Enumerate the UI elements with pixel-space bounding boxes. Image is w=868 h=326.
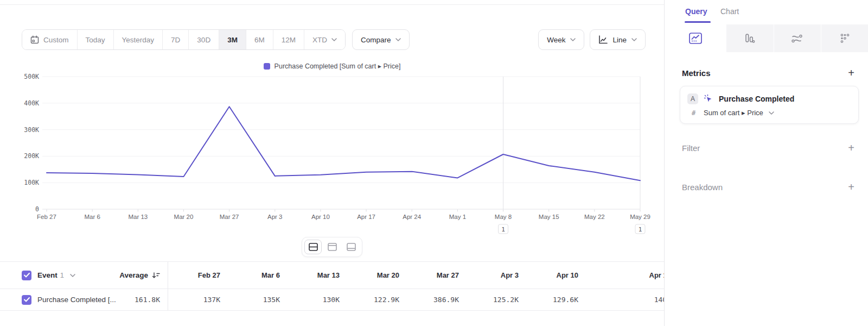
y-tick-label: 200K: [24, 152, 39, 160]
cell-value: 125.2K: [467, 296, 526, 304]
add-breakdown-button[interactable]: +: [848, 181, 854, 192]
cell-value: 386.9K: [407, 296, 467, 304]
top-divider: [0, 4, 664, 5]
column-header[interactable]: Mar 27: [407, 271, 467, 279]
report-toolbar: CustomTodayYesterday7D30D3M6M12MXTD Comp…: [22, 29, 646, 50]
split-view-toggle[interactable]: [304, 240, 322, 254]
select-all-checkbox[interactable]: [22, 271, 31, 280]
table-header-left: Event 1 Average: [0, 262, 168, 289]
y-tick-label: 400K: [24, 99, 39, 107]
query-builder-sidebar: Query Chart Metrics + A Purchase Complet…: [664, 0, 868, 326]
x-tick-label: May 15: [539, 214, 559, 220]
insights-tab[interactable]: [665, 24, 726, 52]
x-tick-label: May 29: [630, 214, 650, 220]
column-header[interactable]: Mar 20: [347, 271, 407, 279]
column-header[interactable]: Feb 27: [168, 271, 228, 279]
layout-toggle-group: [302, 237, 362, 257]
line-chart[interactable]: 0100K200K300K400K500K11Feb 27Mar 6Mar 13…: [0, 71, 664, 236]
table-row[interactable]: Purchase Completed [... 161.8K 137K135K1…: [0, 289, 664, 311]
chart-controls: Week Line: [538, 29, 646, 50]
x-tick-label: Apr 10: [311, 214, 330, 220]
compare-label: Compare: [361, 36, 391, 44]
tab-chart[interactable]: Chart: [720, 7, 739, 16]
top-panel-icon: [328, 243, 337, 251]
chevron-down-icon[interactable]: [70, 274, 75, 277]
row-checkbox[interactable]: [22, 295, 31, 305]
add-metric-button[interactable]: +: [848, 67, 854, 78]
top-panel-view-toggle[interactable]: [323, 240, 341, 254]
compare-button[interactable]: Compare: [352, 29, 410, 50]
annotation-badge-label: 1: [639, 226, 642, 233]
report-main-panel: CustomTodayYesterday7D30D3M6M12MXTD Comp…: [0, 0, 664, 326]
flows-tab[interactable]: [774, 24, 821, 52]
line-chart-icon: [598, 35, 608, 44]
table-header-row: Event 1 Average Feb 27Mar 6Mar 13Mar 20M…: [0, 262, 664, 289]
data-line[interactable]: [47, 106, 640, 180]
x-tick-label: May 22: [584, 214, 605, 220]
flows-icon: [792, 34, 803, 43]
sort-descending-icon: [152, 272, 160, 279]
insights-icon: [689, 33, 702, 44]
date-range-custom[interactable]: Custom: [22, 30, 78, 49]
date-range-today[interactable]: Today: [78, 30, 114, 49]
chevron-down-icon: [331, 38, 337, 41]
chevron-down-icon: [395, 38, 401, 41]
average-column-header[interactable]: Average: [119, 271, 160, 279]
filter-section: Filter +: [682, 142, 854, 153]
retention-icon: [840, 33, 850, 43]
x-tick-label: Mar 27: [220, 214, 239, 220]
table-row-left: Purchase Completed [... 161.8K: [0, 289, 168, 310]
check-icon: [24, 273, 30, 278]
annotation-badge-label: 1: [501, 226, 505, 233]
retention-tab[interactable]: [821, 24, 868, 52]
column-header[interactable]: Apr 17: [586, 271, 664, 279]
chart-type-dropdown[interactable]: Line: [590, 29, 646, 50]
date-range-yesterday[interactable]: Yesterday: [114, 30, 163, 49]
column-header[interactable]: Apr 3: [467, 271, 526, 279]
x-tick-label: Mar 13: [128, 214, 148, 220]
event-sparkle-icon: [704, 94, 713, 104]
breakdown-section: Breakdown +: [682, 181, 854, 192]
average-label: Average: [119, 271, 148, 279]
bottom-panel-view-toggle[interactable]: [342, 240, 360, 254]
filter-label: Filter: [682, 143, 700, 153]
kebab-menu-icon[interactable]: [849, 95, 851, 103]
metric-name: Purchase Completed: [719, 95, 844, 103]
add-filter-button[interactable]: +: [848, 142, 854, 153]
numeric-property-icon: #: [689, 109, 698, 117]
chevron-down-icon: [769, 111, 774, 115]
x-tick-label: Mar 6: [84, 214, 100, 220]
calendar-icon: [30, 35, 39, 44]
funnels-tab[interactable]: [726, 24, 774, 52]
metrics-section-header: Metrics +: [682, 67, 854, 78]
funnels-icon: [744, 33, 755, 44]
metric-property-dropdown[interactable]: # Sum of cart ▸ Price: [687, 109, 851, 117]
date-range-6m[interactable]: 6M: [246, 30, 273, 49]
x-tick-label: May 1: [449, 214, 466, 220]
date-range-7d[interactable]: 7D: [163, 30, 189, 49]
interval-dropdown[interactable]: Week: [538, 29, 584, 50]
tab-query[interactable]: Query: [685, 7, 707, 16]
metric-card[interactable]: A Purchase Completed # Sum of cart ▸ Pri…: [680, 86, 859, 124]
date-range-12m[interactable]: 12M: [273, 30, 304, 49]
date-range-xtd[interactable]: XTD: [304, 30, 345, 49]
metric-letter-badge: A: [687, 93, 698, 104]
y-tick-label: 100K: [24, 179, 39, 186]
column-header[interactable]: Mar 6: [228, 271, 288, 279]
metric-card-row: A Purchase Completed: [687, 93, 851, 104]
active-tab-underline: [685, 21, 711, 23]
metrics-title: Metrics: [682, 68, 711, 78]
cell-value: 135K: [228, 296, 288, 304]
report-type-tabs: [665, 24, 868, 52]
row-average-value: 161.8K: [135, 296, 160, 304]
date-range-3m[interactable]: 3M: [219, 30, 246, 49]
y-tick-label: 500K: [24, 73, 39, 80]
legend-label: Purchase Completed [Sum of cart ▸ Price]: [275, 62, 401, 70]
bottom-panel-icon: [347, 243, 356, 251]
cell-value: 129.6K: [526, 296, 586, 304]
column-header[interactable]: Mar 13: [288, 271, 347, 279]
date-range-30d[interactable]: 30D: [189, 30, 219, 49]
y-tick-label: 300K: [24, 126, 39, 134]
column-header[interactable]: Apr 10: [526, 271, 586, 279]
interval-label: Week: [547, 36, 565, 44]
